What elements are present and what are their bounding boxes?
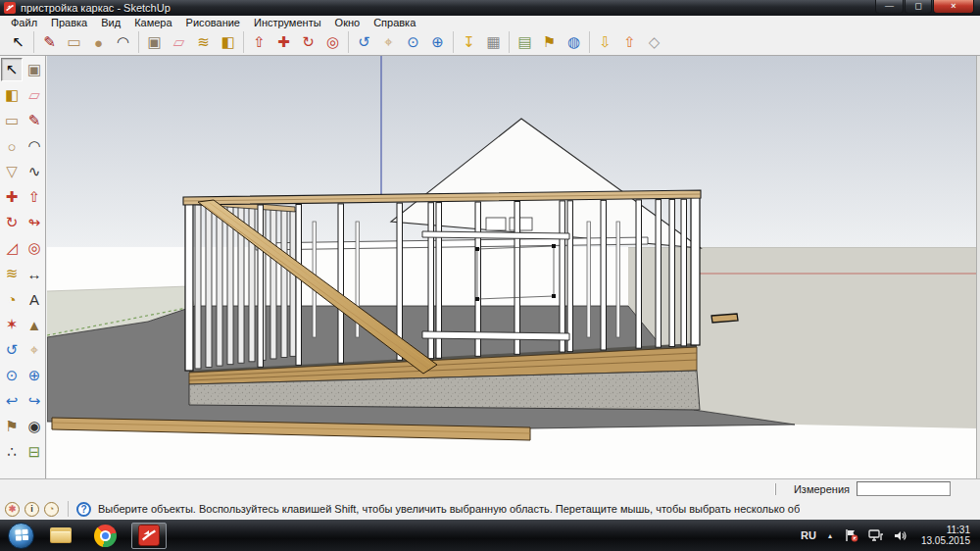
palette-push-pull-tool[interactable]: ⇧ [24, 185, 45, 209]
main-area: ↖▣◧▱▭✎○◠▽∿✚⇧↻↬◿◎≋↔◔A✶▲↺⌖⊙⊕↩↪⚑◉∴⊟ [0, 56, 980, 478]
palette-scale-tool[interactable]: ◿ [1, 236, 23, 260]
palette-zoom-tool[interactable]: ⊙ [1, 364, 23, 387]
palette-position-camera-tool[interactable]: ⚑ [1, 415, 23, 438]
geo-status-icon[interactable]: ✱ [5, 502, 20, 517]
google-earth-tool-button[interactable]: ◍ [562, 31, 586, 53]
zoom-tool-button[interactable]: ⊙ [401, 31, 425, 53]
taskbar-sketchup-active[interactable] [131, 523, 167, 549]
title-bar: пристройка каркас - SketchUp — ◻ × [0, 0, 980, 16]
network-icon[interactable] [868, 529, 884, 542]
photo-match-tool-button[interactable]: ⚑ [537, 31, 562, 53]
model-warehouse-tool-button[interactable]: ◇ [642, 31, 666, 53]
info-status-icon[interactable]: i [24, 502, 39, 517]
get-models-tool-button[interactable]: ⇩ [593, 31, 617, 53]
palette-line-tool[interactable]: ✎ [24, 109, 45, 132]
palette-freehand-tool[interactable]: ∿ [24, 160, 45, 183]
palette-dimension-tool[interactable]: ↔ [24, 262, 45, 285]
share-model-tool-button[interactable]: ⇧ [617, 31, 642, 53]
palette-pan-tool[interactable]: ⌖ [24, 338, 45, 362]
window-sill [422, 331, 569, 340]
palette-look-around-tool[interactable]: ◉ [24, 415, 45, 438]
minimize-button[interactable]: — [875, 0, 904, 14]
large-tool-set: ↖▣◧▱▭✎○◠▽∿✚⇧↻↬◿◎≋↔◔A✶▲↺⌖⊙⊕↩↪⚑◉∴⊟ [0, 56, 46, 478]
menu-камера[interactable]: Камера [127, 16, 178, 29]
status-divider [68, 501, 69, 517]
move-tool-button[interactable]: ✚ [271, 31, 296, 53]
toolbar-grip[interactable] [774, 483, 776, 495]
make-component-tool-button[interactable]: ▣ [142, 31, 167, 53]
palette-rotate-tool[interactable]: ↻ [1, 211, 23, 234]
window-title: пристройка каркас - SketchUp [21, 0, 171, 16]
select-tool-button[interactable]: ↖ [6, 31, 30, 53]
palette-zoom-extents-tool[interactable]: ⊕ [24, 364, 45, 387]
status-bar: ✱i◔ ? Выберите объекты. Воспользуйтесь к… [0, 498, 980, 520]
tray-clock[interactable]: 11:31 13.05.2015 [921, 525, 970, 546]
eraser-tool-button[interactable]: ▱ [167, 31, 191, 53]
palette-walk-tool[interactable]: ∴ [1, 440, 23, 464]
arc-tool-button[interactable]: ◠ [111, 31, 135, 53]
start-button[interactable] [8, 523, 34, 549]
palette-orbit-tool[interactable]: ↺ [1, 338, 23, 362]
viewport-canvas[interactable] [47, 56, 976, 478]
windows-taskbar: RU ▴ [0, 520, 980, 551]
sketchup-app-icon [4, 2, 16, 14]
photo-textures-tool-button[interactable]: ▤ [513, 31, 537, 53]
menu-bar: ФайлПравкаВидКамераРисованиеИнструментыО… [0, 16, 980, 29]
help-icon[interactable]: ? [76, 502, 91, 517]
palette-rectangle-tool[interactable]: ▭ [1, 109, 23, 132]
palette-offset-tool[interactable]: ◎ [24, 236, 45, 260]
hidden-icons-chevron[interactable]: ▴ [828, 531, 832, 540]
window-edge [976, 56, 980, 478]
getting-started-toolbar: ↖✎▭●◠▣▱≋◧⇧✚↻◎↺⌖⊙⊕↧▦▤⚑◍⇩⇧◇ [0, 29, 980, 56]
close-button[interactable]: × [933, 0, 974, 14]
palette-make-component-tool[interactable]: ▣ [24, 58, 45, 81]
rectangle-tool-button[interactable]: ▭ [62, 31, 86, 53]
palette-move-tool[interactable]: ✚ [1, 185, 23, 209]
tape-measure-tool-button[interactable]: ≋ [191, 31, 216, 53]
palette-3d-text-tool[interactable]: ▲ [24, 313, 45, 336]
palette-text-tool[interactable]: A [24, 287, 45, 311]
palette-select-tool[interactable]: ↖ [1, 58, 23, 81]
line-tool-button[interactable]: ✎ [37, 31, 62, 53]
rotate-tool-button[interactable]: ↻ [296, 31, 320, 53]
palette-circle-tool[interactable]: ○ [1, 134, 23, 158]
explorer-folder-icon [50, 527, 72, 543]
menu-вид[interactable]: Вид [94, 16, 127, 29]
volume-icon[interactable] [894, 529, 907, 542]
palette-zoom-previous-tool[interactable]: ↩ [1, 389, 23, 413]
circle-tool-button[interactable]: ● [86, 31, 111, 53]
push-pull-tool-button[interactable]: ⇧ [247, 31, 271, 53]
paint-bucket-tool-button[interactable]: ◧ [216, 31, 240, 53]
palette-follow-me-tool[interactable]: ↬ [24, 211, 45, 234]
palette-section-plane-tool[interactable]: ⊟ [24, 440, 45, 464]
clock-date: 13.05.2015 [921, 535, 970, 546]
offset-tool-button[interactable]: ◎ [320, 31, 345, 53]
menu-правка[interactable]: Правка [44, 16, 94, 29]
menu-файл[interactable]: Файл [4, 16, 44, 29]
menu-инструменты[interactable]: Инструменты [247, 16, 328, 29]
palette-axes-tool[interactable]: ✶ [1, 313, 23, 336]
palette-tape-measure-tool[interactable]: ≋ [1, 262, 23, 285]
menu-рисование[interactable]: Рисование [179, 16, 247, 29]
palette-polygon-tool[interactable]: ▽ [1, 160, 23, 183]
credit-status-icon[interactable]: ◔ [44, 502, 59, 517]
palette-arc-tool[interactable]: ◠ [24, 134, 45, 158]
action-center-flag-icon[interactable] [844, 528, 858, 542]
measurements-input[interactable] [857, 481, 951, 496]
menu-справка[interactable]: Справка [367, 16, 422, 29]
small-board[interactable] [711, 314, 738, 323]
palette-zoom-next-tool[interactable]: ↪ [24, 389, 45, 413]
palette-paint-bucket-tool[interactable]: ◧ [1, 83, 23, 107]
toggle-terrain-tool-button[interactable]: ▦ [481, 31, 506, 53]
zoom-extents-tool-button[interactable]: ⊕ [425, 31, 450, 53]
orbit-tool-button[interactable]: ↺ [352, 31, 376, 53]
language-indicator[interactable]: RU [801, 529, 816, 541]
maximize-button[interactable]: ◻ [905, 0, 932, 14]
palette-protractor-tool[interactable]: ◔ [1, 287, 23, 311]
taskbar-explorer[interactable] [43, 523, 78, 549]
pan-tool-button[interactable]: ⌖ [376, 31, 401, 53]
menu-окно[interactable]: Окно [328, 16, 368, 29]
palette-eraser-tool[interactable]: ▱ [24, 83, 45, 107]
taskbar-chrome[interactable] [87, 523, 122, 549]
add-location-tool-button[interactable]: ↧ [457, 31, 481, 53]
